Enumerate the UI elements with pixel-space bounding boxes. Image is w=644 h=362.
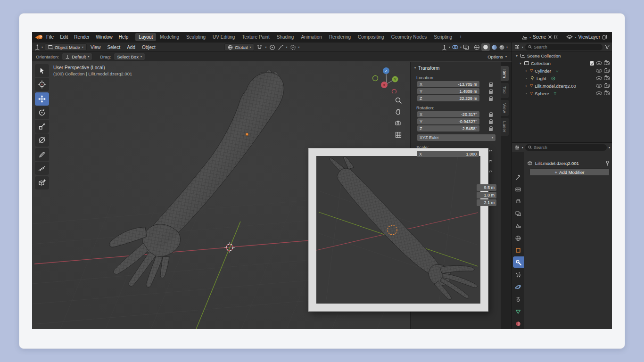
expand-icon[interactable]: ▾	[515, 54, 519, 58]
toggle-ortho-button[interactable]	[394, 131, 403, 139]
shading-material-icon[interactable]	[491, 44, 497, 50]
properties-tab-modifiers-icon[interactable]	[515, 259, 522, 266]
properties-search-input[interactable]	[534, 145, 604, 150]
zoom-button[interactable]	[394, 96, 403, 105]
rotation-z-field[interactable]: Z-2.5458°	[417, 125, 479, 132]
menu-view[interactable]: View	[88, 45, 104, 50]
outliner-row-scene-collection[interactable]: ▾ Scene Collection	[512, 52, 612, 59]
properties-tab-physics-icon[interactable]	[515, 284, 521, 290]
workspace-tab-uv-editing[interactable]: UV Editing	[209, 33, 238, 41]
menu-file[interactable]: File	[43, 34, 57, 40]
location-z-field[interactable]: Z22.229 m	[417, 95, 479, 101]
properties-tab-object-icon[interactable]	[515, 247, 521, 254]
editor-type-chevron-icon[interactable]: ▾	[41, 46, 43, 49]
scene-collection-label[interactable]: Scene Collection	[527, 53, 561, 58]
pivot-point-icon[interactable]	[290, 44, 296, 50]
rotation-x-field[interactable]: X-20.317°	[417, 111, 479, 117]
outliner-row-cylinder[interactable]: › ▽ Cylinder ▽	[512, 67, 612, 74]
outliner-search[interactable]	[525, 44, 603, 50]
menu-edit[interactable]: Edit	[57, 34, 71, 40]
gizmo-axis-y[interactable]: Y	[392, 76, 398, 82]
hide-viewport-eye-icon[interactable]	[596, 61, 602, 65]
collection-label[interactable]: Collection	[531, 61, 551, 66]
properties-tab-world-icon[interactable]	[515, 235, 521, 241]
expand-icon[interactable]: ›	[524, 84, 528, 88]
hide-viewport-eye-icon[interactable]	[596, 91, 602, 95]
editor-type-icon[interactable]	[34, 44, 41, 50]
scene-icon[interactable]	[521, 34, 528, 40]
gizmo-axis-neg-y[interactable]	[373, 76, 378, 81]
object-name[interactable]: Sphere	[535, 91, 549, 96]
workspace-tab-texture-paint[interactable]: Texture Paint	[239, 33, 272, 41]
options-button[interactable]: Options	[487, 54, 503, 59]
proportional-editing-icon[interactable]	[269, 44, 275, 50]
tool-annotate[interactable]	[35, 148, 49, 161]
expand-icon[interactable]: ›	[524, 91, 528, 96]
new-scene-icon[interactable]	[554, 34, 559, 40]
menu-object[interactable]: Object	[139, 45, 158, 50]
workspace-tab-layout[interactable]: Layout	[135, 33, 156, 41]
lock-location-x-icon[interactable]	[489, 84, 493, 87]
viewlayer-icon[interactable]	[566, 34, 573, 40]
expand-icon[interactable]: ▾	[519, 61, 522, 66]
gizmo-axis-neg-x[interactable]	[392, 90, 396, 94]
proportional-falloff-icon[interactable]	[278, 44, 284, 50]
disable-render-camera-icon[interactable]	[604, 84, 610, 88]
tool-move[interactable]	[35, 92, 49, 106]
outliner-row-collection[interactable]: ▾ Collection	[512, 59, 612, 67]
properties-tab-material-icon[interactable]	[515, 321, 521, 327]
pivot-chevron-icon[interactable]: ▾	[298, 46, 300, 49]
mode-dropdown[interactable]: Object Mode ▾	[45, 43, 87, 51]
workspace-tab-scripting[interactable]: Scripting	[430, 33, 455, 41]
expand-icon[interactable]: ›	[524, 76, 528, 81]
properties-tab-data-icon[interactable]	[515, 308, 521, 315]
pan-button[interactable]	[394, 107, 403, 116]
toggle-xray-icon[interactable]	[463, 44, 469, 50]
menu-add[interactable]: Add	[124, 45, 138, 50]
add-workspace-button[interactable]: +	[456, 33, 465, 41]
scale-x-field[interactable]: X 1.000	[417, 151, 479, 157]
transform-orientation-dropdown[interactable]: Global ▾	[224, 43, 254, 51]
orientation-default-dropdown[interactable]: Default ▾	[62, 53, 92, 60]
n-panel-tab-item[interactable]: Item	[501, 66, 509, 81]
rotation-y-field[interactable]: Y-0.94327°	[417, 118, 479, 124]
show-overlays-icon[interactable]	[452, 44, 459, 50]
options-chevron-icon[interactable]: ▾	[505, 55, 507, 58]
tool-rotate[interactable]	[35, 106, 49, 119]
object-name[interactable]: Cylinder	[535, 68, 551, 74]
workspace-tab-animation[interactable]: Animation	[297, 33, 325, 41]
viewlayer-name[interactable]: ViewLayer	[578, 34, 600, 40]
overlays-chevron-icon[interactable]: ▾	[460, 46, 462, 49]
properties-editor-chevron-icon[interactable]: ▾	[522, 146, 523, 149]
lock-rotation-x-icon[interactable]	[489, 114, 493, 117]
workspace-tab-modeling[interactable]: Modeling	[157, 33, 182, 41]
n-panel-tab-laser[interactable]: Laser	[501, 118, 509, 136]
properties-editor-icon[interactable]	[514, 145, 520, 150]
workspace-tab-compositing[interactable]: Compositing	[355, 33, 388, 41]
shading-rendered-icon[interactable]	[499, 44, 505, 50]
gizmo-axis-x[interactable]: X	[381, 82, 388, 88]
menu-select[interactable]: Select	[104, 45, 123, 50]
workspace-tab-rendering[interactable]: Rendering	[326, 33, 354, 41]
blender-logo-icon[interactable]	[35, 34, 43, 40]
snap-chevron-icon[interactable]: ▾	[265, 46, 266, 49]
falloff-chevron-icon[interactable]: ▾	[286, 46, 288, 49]
properties-tab-render-icon[interactable]	[515, 186, 521, 192]
lock-rotation-z-icon[interactable]	[489, 128, 493, 131]
hide-viewport-eye-icon[interactable]	[596, 84, 602, 88]
shading-chevron-icon[interactable]: ▾	[506, 46, 508, 49]
snap-magnet-icon[interactable]	[256, 44, 263, 50]
properties-options-chevron-icon[interactable]: ▾	[609, 146, 610, 149]
workspace-tab-geometry-nodes[interactable]: Geometry Nodes	[388, 33, 430, 41]
disable-render-camera-icon[interactable]	[604, 61, 610, 65]
workspace-tab-shading[interactable]: Shading	[273, 33, 297, 41]
tool-cursor[interactable]	[35, 78, 49, 91]
n-panel-tab-view[interactable]: View	[501, 100, 509, 116]
disable-render-camera-icon[interactable]	[604, 69, 610, 73]
disable-render-camera-icon[interactable]	[604, 91, 610, 95]
dimension-z-field[interactable]: 2.1 m	[477, 199, 496, 206]
camera-view-button[interactable]	[394, 119, 403, 127]
gizmo-axis-z[interactable]: Z	[383, 67, 389, 74]
object-name[interactable]: Lilit.model.dzerq2.00	[535, 83, 576, 89]
scene-dropdown-chevron-icon[interactable]: ▾	[529, 36, 531, 39]
